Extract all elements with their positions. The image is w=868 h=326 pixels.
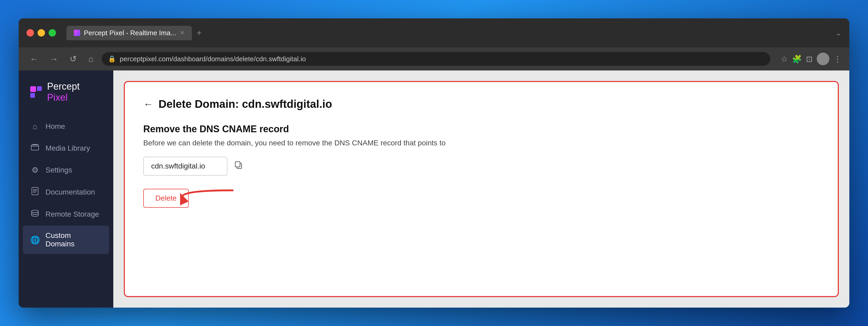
sidebar-item-custom-domains-label: Custom Domains: [45, 231, 102, 248]
forward-button[interactable]: →: [46, 52, 61, 66]
address-bar[interactable]: 🔒 perceptpixel.com/dashboard/domains/del…: [102, 52, 770, 66]
browser-window: Percept Pixel - Realtime Ima... ✕ + ⌄ ← …: [19, 19, 849, 307]
logo-text: Percept Pixel: [47, 81, 103, 103]
window-collapse-button[interactable]: ⌄: [835, 29, 841, 37]
maximize-button[interactable]: [49, 29, 56, 36]
url-text: perceptpixel.com/dashboard/domains/delet…: [120, 55, 764, 63]
page-header: ← Delete Domain: cdn.swftdigital.io: [143, 98, 819, 111]
remote-storage-icon: [30, 210, 40, 219]
reload-button[interactable]: ↺: [66, 52, 80, 66]
logo-area: Percept Pixel: [19, 81, 113, 116]
new-tab-button[interactable]: +: [194, 26, 204, 40]
sidebar-item-remote-storage-label: Remote Storage: [45, 210, 99, 218]
menu-icon[interactable]: ⋮: [834, 54, 841, 64]
tab-bar: Percept Pixel - Realtime Ima... ✕ +: [66, 26, 830, 40]
tab-favicon: [74, 30, 80, 36]
sidebar-item-remote-storage[interactable]: Remote Storage: [23, 204, 109, 225]
tab-title: Percept Pixel - Realtime Ima...: [84, 29, 176, 37]
svg-rect-3: [31, 145, 39, 150]
active-tab[interactable]: Percept Pixel - Realtime Ima... ✕: [66, 26, 192, 40]
cname-input[interactable]: [143, 157, 227, 176]
svg-rect-0: [30, 86, 36, 92]
home-icon: ⌂: [30, 122, 40, 131]
svg-point-6: [32, 210, 38, 213]
nav-actions: ☆ 🧩 ⊡ ⋮: [781, 53, 841, 65]
sidebar-item-documentation-label: Documentation: [45, 188, 95, 197]
documentation-icon: [30, 187, 40, 197]
attention-arrow: [180, 185, 238, 206]
cname-field-row: [143, 157, 819, 176]
copy-icon: [235, 162, 244, 171]
sidebar-item-documentation[interactable]: Documentation: [23, 181, 109, 203]
settings-icon: ⚙: [30, 166, 40, 175]
copy-cname-button[interactable]: [232, 158, 246, 174]
content-card: ← Delete Domain: cdn.swftdigital.io Remo…: [124, 81, 839, 297]
bookmark-icon[interactable]: ☆: [781, 54, 788, 64]
app-container: Percept Pixel ⌂ Home Media: [19, 70, 849, 307]
sidebar-item-home[interactable]: ⌂ Home: [23, 116, 109, 137]
main-content: ← Delete Domain: cdn.swftdigital.io Remo…: [113, 70, 849, 307]
home-button[interactable]: ⌂: [85, 52, 96, 66]
extensions-icon[interactable]: 🧩: [792, 54, 802, 64]
minimize-button[interactable]: [38, 29, 45, 36]
close-button[interactable]: [27, 29, 34, 36]
sidebar-nav: ⌂ Home Media Library ⚙ Settings: [19, 116, 113, 254]
section-title: Remove the DNS CNAME record: [143, 124, 819, 135]
custom-domains-icon: 🌐: [30, 235, 40, 244]
svg-rect-8: [235, 162, 240, 167]
sidebar-item-media-library[interactable]: Media Library: [23, 138, 109, 158]
svg-rect-2: [30, 93, 35, 98]
navigation-bar: ← → ↺ ⌂ 🔒 perceptpixel.com/dashboard/dom…: [19, 47, 849, 70]
sidebar-item-settings-label: Settings: [45, 166, 72, 174]
back-button[interactable]: ←: [27, 52, 41, 66]
sidebar-toggle-icon[interactable]: ⊡: [806, 54, 812, 64]
secure-icon: 🔒: [108, 55, 116, 63]
traffic-lights: [27, 29, 56, 36]
title-bar: Percept Pixel - Realtime Ima... ✕ + ⌄: [19, 19, 849, 47]
page-title: Delete Domain: cdn.swftdigital.io: [158, 98, 332, 111]
back-to-domains-button[interactable]: ←: [143, 98, 153, 110]
sidebar-item-media-library-label: Media Library: [45, 144, 90, 152]
section-description: Before we can delete the domain, you nee…: [143, 139, 819, 147]
profile-avatar[interactable]: [817, 53, 829, 65]
tab-close-icon[interactable]: ✕: [180, 29, 185, 36]
sidebar: Percept Pixel ⌂ Home Media: [19, 70, 113, 307]
cname-section: Remove the DNS CNAME record Before we ca…: [143, 124, 819, 218]
sidebar-item-home-label: Home: [45, 122, 65, 131]
svg-rect-1: [37, 86, 42, 91]
logo-icon: [29, 85, 43, 99]
sidebar-item-custom-domains[interactable]: 🌐 Custom Domains: [23, 226, 109, 254]
sidebar-item-settings[interactable]: ⚙ Settings: [23, 159, 109, 180]
svg-rect-4: [32, 144, 38, 145]
delete-action-area: Delete: [143, 189, 819, 208]
media-library-icon: [30, 144, 40, 153]
